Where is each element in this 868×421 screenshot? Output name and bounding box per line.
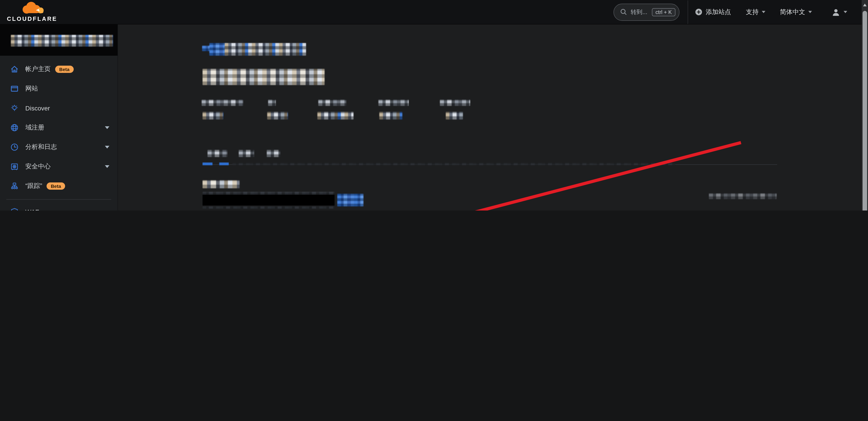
redacted-stat-value <box>446 112 463 119</box>
chevron-down-icon <box>844 11 847 13</box>
sidebar-item-analytics-logs[interactable]: 分析和日志 <box>0 137 118 157</box>
active-tab-underline <box>203 163 213 165</box>
account-switcher[interactable] <box>0 24 118 56</box>
cloudflare-logo[interactable]: CLOUDFLARE <box>7 1 57 22</box>
analytics-clock-icon <box>10 142 19 151</box>
redacted-tab[interactable] <box>208 150 227 157</box>
redacted-tab[interactable] <box>267 150 280 157</box>
redacted-last-push-date <box>709 193 777 199</box>
language-menu[interactable]: 简体中文 <box>780 8 812 16</box>
sidebar-item-waf[interactable]: WAF <box>0 202 118 210</box>
tab-bar <box>203 150 777 165</box>
redacted-line <box>203 192 335 195</box>
redacted-stat-label <box>268 100 276 106</box>
redacted-stat-value <box>267 112 288 119</box>
redacted-stat-label <box>202 100 243 106</box>
active-tab-underline <box>219 163 229 165</box>
redacted-account-name <box>11 35 113 47</box>
redacted-stat-value <box>379 112 402 119</box>
main-content: 联系信息 联系支持部门 联系销售人员 我们的业务 计划 关于 全球网络 资源 文… <box>118 24 868 210</box>
plus-circle-icon <box>695 8 703 16</box>
redacted-section-title <box>203 180 240 188</box>
sidebar-item-domain-registration[interactable]: 域注册 <box>0 118 118 137</box>
scroll-up-icon[interactable] <box>863 4 867 6</box>
user-icon <box>831 7 840 17</box>
browser-window-icon <box>10 84 19 93</box>
search-icon <box>620 8 627 16</box>
chevron-down-icon <box>808 11 812 13</box>
scrollbar-thumb[interactable] <box>863 11 867 210</box>
sidebar-item-websites[interactable]: 网站 <box>0 79 118 98</box>
sidebar-nav: 帐户主页 Beta 网站 Discover 域注册 分析和日志 <box>0 56 118 210</box>
shield-gear-icon <box>10 207 19 210</box>
redacted-black-bar <box>203 195 335 205</box>
redacted-line <box>203 206 335 209</box>
global-search[interactable]: 转到... ctrl + K <box>614 3 680 21</box>
home-icon <box>10 64 19 74</box>
globe-icon <box>10 123 19 132</box>
chevron-down-icon <box>105 126 110 129</box>
beta-badge: Beta <box>47 182 65 190</box>
redacted-stat-value <box>317 112 353 119</box>
chevron-down-icon <box>762 11 765 13</box>
brand-text: CLOUDFLARE <box>7 16 57 22</box>
redacted-page-title <box>203 69 324 85</box>
redacted-stat-value <box>203 112 223 119</box>
scrollbar[interactable] <box>862 0 868 210</box>
redacted-tab-meta <box>232 163 675 165</box>
sitemap-icon <box>10 181 19 190</box>
redacted-stat-label <box>378 100 409 106</box>
add-site-button[interactable]: 添加站点 <box>695 8 731 16</box>
redacted-stat-label <box>318 100 346 106</box>
top-header: CLOUDFLARE 转到... ctrl + K 添加站点 支持 简体中文 <box>0 0 868 24</box>
cloudflare-dashboard: CLOUDFLARE 转到... ctrl + K 添加站点 支持 简体中文 <box>0 0 868 210</box>
redacted-inline-link[interactable] <box>337 194 364 206</box>
redacted-tab[interactable] <box>239 150 254 157</box>
sidebar-item-discover[interactable]: Discover <box>0 98 118 118</box>
search-shortcut-badge: ctrl + K <box>652 8 675 16</box>
account-menu[interactable] <box>831 7 847 17</box>
chevron-down-icon <box>105 145 110 148</box>
sidebar-divider <box>6 199 111 200</box>
support-menu[interactable]: 支持 <box>746 8 765 16</box>
sidebar: 帐户主页 Beta 网站 Discover 域注册 分析和日志 <box>0 24 118 210</box>
sidebar-item-trace[interactable]: “跟踪” Beta <box>0 176 118 196</box>
search-placeholder: 转到... <box>631 8 647 16</box>
sidebar-item-security-center[interactable]: 安全中心 <box>0 157 118 176</box>
redacted-breadcrumb-text <box>225 43 306 56</box>
chevron-down-icon <box>105 165 110 168</box>
beta-badge: Beta <box>55 65 74 73</box>
header-divider <box>688 0 688 24</box>
vault-icon <box>10 162 19 171</box>
lightbulb-icon <box>10 104 19 112</box>
redacted-stat-label <box>440 100 470 106</box>
sidebar-item-account-home[interactable]: 帐户主页 Beta <box>0 59 118 79</box>
cloudflare-cloud-icon <box>19 1 45 15</box>
